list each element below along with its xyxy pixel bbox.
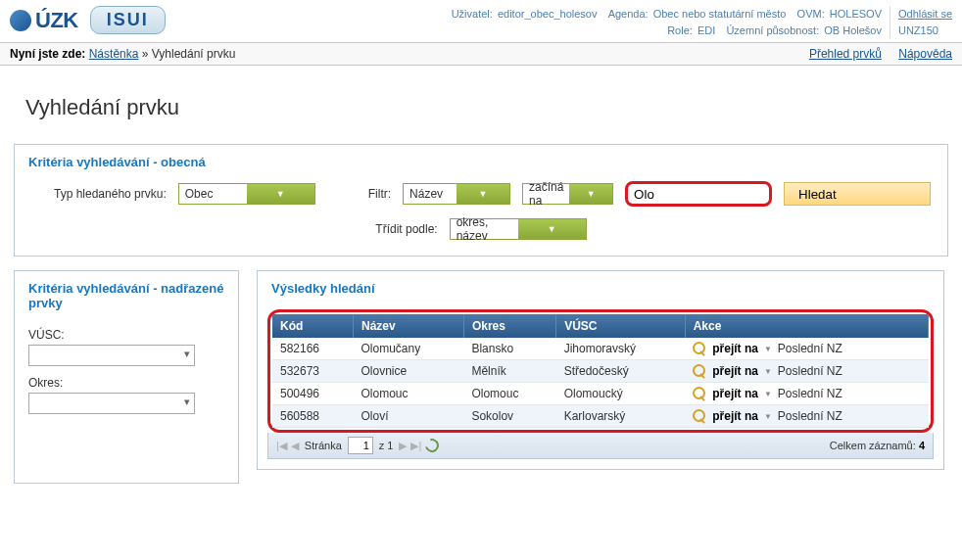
action-last-nz[interactable]: Poslední NZ (778, 409, 842, 423)
page-of: z 1 (379, 440, 394, 451)
chevron-down-icon: ▼ (518, 219, 586, 239)
chevron-down-icon: ▼ (457, 184, 509, 204)
side-panel-title: Kritéria vyhledávání - nadřazené prvky (28, 281, 224, 328)
search-icon[interactable] (693, 364, 706, 378)
action-goto[interactable]: přejít na (712, 364, 758, 378)
cell-nazev: Oloví (354, 405, 464, 428)
col-nazev[interactable]: Název (354, 314, 464, 338)
scope-label: Územní působnost: (726, 24, 819, 36)
agenda-value: Obec nebo statutární město (653, 8, 787, 20)
sort-label: Třídit podle: (375, 222, 437, 236)
chevron-down-icon[interactable]: ▼ (764, 390, 772, 398)
link-prehled-prvku[interactable]: Přehled prvků (809, 47, 882, 61)
filter-field-select[interactable]: Název ▼ (403, 183, 510, 205)
search-icon[interactable] (693, 387, 706, 400)
page-label: Stránka (305, 440, 342, 451)
role-label: Role: (667, 24, 693, 36)
vusc-select[interactable] (28, 345, 195, 366)
col-vusc[interactable]: VÚSC (556, 314, 686, 338)
link-napoveda[interactable]: Nápověda (898, 47, 952, 61)
results-panel: Výsledky hledání Kód Název Okres VÚSC Ak… (257, 270, 944, 470)
filter-label: Filtr: (368, 187, 391, 201)
page-next-icon[interactable]: ▶ (399, 440, 407, 452)
okres-label: Okres: (28, 376, 224, 390)
vusc-label: VÚSC: (28, 328, 224, 342)
cell-okres: Blansko (463, 338, 555, 360)
breadcrumb-nastenka[interactable]: Nástěnka (89, 47, 139, 61)
chevron-down-icon[interactable]: ▼ (764, 367, 772, 376)
action-last-nz[interactable]: Poslední NZ (778, 387, 842, 400)
results-highlight-box: Kód Název Okres VÚSC Akce 582166Olomučan… (267, 309, 934, 433)
table-row: 500496OlomoucOlomoucOlomouckýpřejít na▼P… (272, 383, 929, 405)
cell-kod: 532673 (272, 360, 354, 383)
refresh-icon[interactable] (423, 436, 442, 454)
chevron-down-icon: ▼ (247, 184, 314, 204)
criteria-panel-title: Kritéria vyhledávání - obecná (15, 145, 947, 177)
table-row: 560588OlovíSokolovKarlovarskýpřejít na▼P… (272, 405, 929, 428)
cell-nazev: Olomučany (354, 338, 464, 360)
results-title: Výsledky hledání (258, 271, 943, 303)
action-goto[interactable]: přejít na (712, 387, 758, 400)
cell-vusc: Středočeský (556, 360, 686, 383)
side-criteria-panel: Kritéria vyhledávání - nadřazené prvky V… (14, 270, 239, 484)
ovm-label: OVM: (797, 8, 825, 20)
criteria-panel: Kritéria vyhledávání - obecná Typ hledan… (14, 144, 948, 257)
total-label: Celkem záznamů: (830, 440, 916, 451)
app-header: ÚZK ISUI Uživatel: editor_obec_holesov A… (0, 0, 962, 42)
cell-okres: Sokolov (463, 405, 555, 428)
col-okres[interactable]: Okres (463, 314, 555, 338)
globe-icon (10, 10, 31, 31)
action-last-nz[interactable]: Poslední NZ (778, 364, 842, 378)
chevron-down-icon[interactable]: ▼ (764, 345, 772, 353)
action-goto[interactable]: přejít na (712, 409, 758, 423)
cell-kod: 560588 (272, 405, 354, 428)
sort-value: okres, název (451, 215, 518, 243)
search-icon[interactable] (693, 409, 706, 423)
search-button[interactable]: Hledat (784, 182, 931, 206)
cell-kod: 582166 (272, 338, 354, 360)
role-value: EDI (697, 24, 715, 36)
filter-op-select[interactable]: začíná na ▼ (522, 183, 613, 205)
chevron-down-icon: ▼ (569, 184, 612, 204)
table-row: 532673OlovniceMělníkStředočeskýpřejít na… (272, 360, 929, 383)
cell-kod: 500496 (272, 383, 354, 405)
page-input[interactable] (348, 437, 373, 454)
cell-vusc: Karlovarský (556, 405, 686, 428)
sort-select[interactable]: okres, název ▼ (450, 218, 587, 240)
action-goto[interactable]: přejít na (712, 342, 758, 355)
session-code: UNZ150 (898, 23, 938, 39)
page-first-icon[interactable]: |◀ (276, 440, 287, 452)
page-prev-icon[interactable]: ◀ (291, 440, 299, 452)
logo-cuzk: ÚZK (10, 8, 78, 33)
table-row: 582166OlomučanyBlanskoJihomoravskýpřejít… (272, 338, 929, 360)
okres-select[interactable] (28, 393, 195, 414)
filter-field-value: Název (404, 187, 457, 201)
type-select[interactable]: Obec ▼ (178, 183, 315, 205)
breadcrumb-prefix: Nyní jste zde: (10, 47, 85, 61)
total-value: 4 (919, 440, 925, 451)
scope-value: OB Holešov (824, 24, 882, 36)
filter-value-input[interactable] (625, 181, 772, 207)
user-label: Uživatel: (452, 8, 493, 20)
breadcrumb-current: Vyhledání prvku (152, 47, 236, 61)
cell-okres: Olomouc (463, 383, 555, 405)
action-last-nz[interactable]: Poslední NZ (778, 342, 842, 355)
cell-vusc: Olomoucký (556, 383, 686, 405)
search-icon[interactable] (693, 342, 706, 355)
col-kod[interactable]: Kód (272, 314, 354, 338)
col-akce: Akce (685, 314, 928, 338)
logo-cuzk-text: ÚZK (35, 8, 78, 33)
user-value: editor_obec_holesov (498, 8, 598, 20)
type-value: Obec (179, 187, 247, 201)
cell-nazev: Olomouc (354, 383, 464, 405)
cell-okres: Mělník (463, 360, 555, 383)
ovm-value: HOLESOV (830, 8, 882, 20)
page-title: Vyhledání prvku (25, 95, 952, 120)
header-meta: Uživatel: editor_obec_holesov Agenda: Ob… (450, 6, 882, 38)
cell-vusc: Jihomoravský (556, 338, 686, 360)
chevron-down-icon[interactable]: ▼ (764, 412, 772, 421)
logout-link[interactable]: Odhlásit se (898, 6, 952, 23)
page-last-icon[interactable]: ▶| (410, 440, 421, 452)
logo-isui: ISUI (90, 6, 166, 34)
breadcrumb-sep: » (142, 47, 152, 61)
